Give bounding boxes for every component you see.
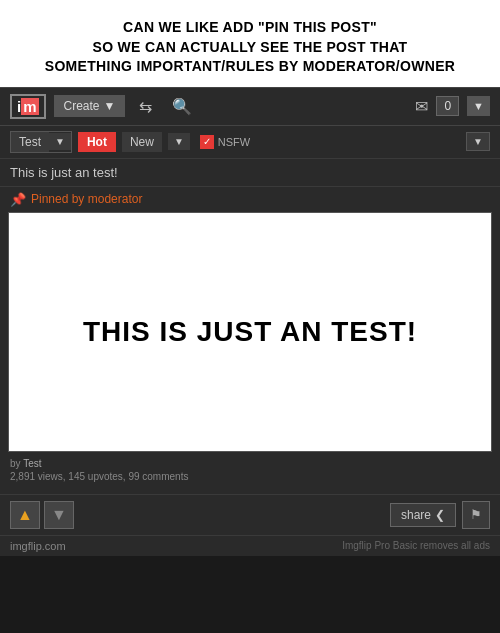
filter-hot-button[interactable]: Hot — [78, 132, 116, 152]
shuffle-icon: ⇆ — [139, 98, 152, 115]
filter-bar: Test ▼ Hot New ▼ ✓ NSFW ▼ — [0, 126, 500, 159]
post-title: This is just an test! — [10, 165, 118, 180]
post-title-bar: This is just an test! — [0, 159, 500, 187]
nsfw-checkbox[interactable]: ✓ — [200, 135, 214, 149]
filter-new-dropdown[interactable]: ▼ — [168, 133, 190, 150]
pro-text: Imgflip Pro Basic removes all ads — [342, 540, 490, 551]
author-name: Test — [23, 458, 41, 469]
site-logo[interactable]: im — [10, 94, 46, 119]
navbar: im Create ▼ ⇆ 🔍 ✉ 0 ▼ — [0, 87, 500, 126]
vote-buttons: ▲ ▼ — [10, 501, 74, 529]
nav-right: ✉ 0 ▼ — [415, 96, 490, 116]
flag-button[interactable]: ⚑ — [462, 501, 490, 529]
filter-hot-label: Hot — [87, 135, 107, 149]
create-button[interactable]: Create ▼ — [54, 95, 126, 117]
filter-new-label: New — [130, 135, 154, 149]
post-container: 📌 Pinned by moderator THIS IS JUST AN TE… — [0, 187, 500, 494]
nav-dropdown-button[interactable]: ▼ — [467, 96, 490, 116]
sort-button[interactable]: ▼ — [466, 132, 490, 151]
notification-count: 0 — [436, 96, 459, 116]
imgflip-logo: imgflip.com — [10, 540, 66, 552]
bottom-bar: imgflip.com Imgflip Pro Basic removes al… — [0, 535, 500, 556]
pinned-banner: 📌 Pinned by moderator — [0, 187, 500, 212]
logo-m: m — [21, 98, 38, 115]
upvote-icon: ▲ — [17, 506, 33, 524]
caption-line3: SOMETHING IMPORTANT/RULES BY MODERATOR/O… — [45, 58, 455, 74]
downvote-icon: ▼ — [51, 506, 67, 524]
upvote-button[interactable]: ▲ — [10, 501, 40, 529]
meme-caption: CAN WE LIKE ADD "PIN THIS POST" SO WE CA… — [0, 0, 500, 87]
filter-group: Test ▼ — [10, 131, 72, 153]
post-author: by Test — [10, 458, 490, 469]
share-button[interactable]: share ❮ — [390, 503, 456, 527]
post-stats: 2,891 views, 145 upvotes, 99 comments — [10, 471, 490, 482]
create-dropdown-icon: ▼ — [104, 99, 116, 113]
search-button[interactable]: 🔍 — [166, 95, 198, 118]
filter-test-dropdown[interactable]: ▼ — [49, 133, 71, 150]
nsfw-label: NSFW — [218, 136, 250, 148]
flag-icon: ⚑ — [470, 507, 482, 522]
shuffle-button[interactable]: ⇆ — [133, 95, 158, 118]
messages-icon: ✉ — [415, 97, 428, 116]
caption-line2: SO WE CAN ACTUALLY SEE THE POST THAT — [93, 39, 408, 55]
share-icon: ❮ — [435, 508, 445, 522]
create-label: Create — [64, 99, 100, 113]
action-right: share ❮ ⚑ — [390, 501, 490, 529]
post-footer: by Test 2,891 views, 145 upvotes, 99 com… — [0, 452, 500, 484]
pinned-label: Pinned by moderator — [31, 192, 142, 206]
nsfw-filter: ✓ NSFW — [200, 135, 250, 149]
search-icon: 🔍 — [172, 98, 192, 115]
filter-test-button[interactable]: Test — [11, 132, 49, 152]
filter-bar-right: ▼ — [466, 132, 490, 151]
meme-text: THIS IS JUST AN TEST! — [63, 296, 437, 368]
filter-test-label: Test — [19, 135, 41, 149]
share-label: share — [401, 508, 431, 522]
filter-new-button[interactable]: New — [122, 132, 162, 152]
pin-icon: 📌 — [10, 192, 26, 207]
action-bar: ▲ ▼ share ❮ ⚑ — [0, 494, 500, 535]
meme-image: THIS IS JUST AN TEST! — [8, 212, 492, 452]
downvote-button[interactable]: ▼ — [44, 501, 74, 529]
caption-line1: CAN WE LIKE ADD "PIN THIS POST" — [123, 19, 377, 35]
